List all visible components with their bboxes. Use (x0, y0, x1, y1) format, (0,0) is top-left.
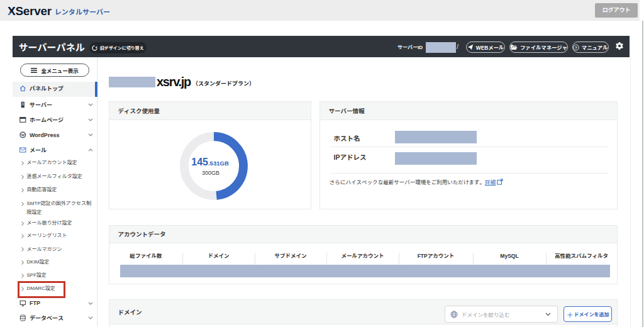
svg-text:?: ? (575, 45, 577, 49)
